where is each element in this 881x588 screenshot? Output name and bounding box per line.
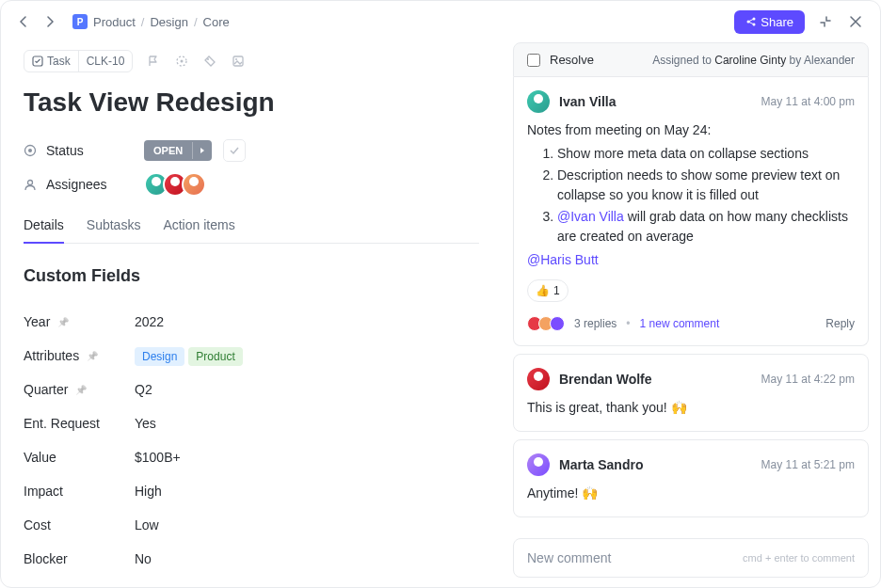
custom-field-value[interactable]: $100B+: [135, 450, 181, 465]
svg-rect-9: [233, 56, 243, 66]
avatar[interactable]: [527, 453, 550, 476]
nav-back[interactable]: [16, 14, 31, 29]
comment-time: May 11 at 5:21 pm: [761, 458, 855, 471]
tag-icon[interactable]: [202, 54, 217, 69]
avatar[interactable]: [182, 172, 206, 197]
mention[interactable]: @Haris Butt: [527, 252, 599, 267]
breadcrumb[interactable]: P Product / Design / Core: [72, 14, 230, 29]
custom-field-value[interactable]: High: [135, 484, 162, 499]
pin-icon: 📌: [75, 385, 87, 395]
collapse-icon[interactable]: [816, 12, 835, 31]
mention[interactable]: @Ivan Villa: [557, 209, 624, 224]
comment-body: Notes from meeting on May 24: Show more …: [527, 120, 855, 332]
custom-field-value[interactable]: Q2: [135, 382, 152, 397]
task-type-chip[interactable]: Task CLK-10: [24, 50, 133, 72]
thread-replies[interactable]: 3 replies: [574, 315, 617, 332]
comment-composer[interactable]: New comment cmd + enter to comment: [513, 538, 869, 578]
task-icon: [32, 56, 43, 67]
status-next-icon[interactable]: [192, 142, 212, 159]
share-icon: [745, 16, 757, 27]
custom-field-label: Cost: [24, 517, 135, 532]
breadcrumb-item[interactable]: Core: [203, 15, 230, 29]
composer-hint: cmd + enter to comment: [743, 552, 855, 564]
comment-author: Ivan Villa: [559, 94, 616, 109]
custom-field-label: Quarter📌: [24, 382, 135, 397]
reply-button[interactable]: Reply: [825, 315, 855, 332]
task-detail-panel: Task CLK-10 Task View Redesign Status OP…: [1, 42, 502, 588]
svg-line-3: [749, 20, 753, 22]
custom-field-value[interactable]: 2022: [135, 314, 164, 329]
comment: Marta Sandro May 11 at 5:21 pm Anytime! …: [513, 439, 869, 517]
svg-line-4: [749, 23, 753, 24]
comment-author: Brendan Wolfe: [559, 372, 652, 387]
close-icon[interactable]: [846, 12, 865, 31]
custom-field-label: Attributes📌: [24, 348, 135, 363]
custom-field-row: Ent. RequestYes: [24, 406, 479, 440]
reaction-button[interactable]: 👍 1: [527, 279, 569, 302]
comment: Ivan Villa May 11 at 4:00 pm Notes from …: [513, 77, 869, 346]
custom-field-value[interactable]: DesignProduct: [135, 348, 247, 363]
custom-field-row: Attributes📌DesignProduct: [24, 339, 479, 373]
nav-forward[interactable]: [42, 14, 57, 29]
svg-point-12: [28, 149, 32, 152]
pin-icon: 📌: [87, 351, 98, 361]
composer-placeholder: New comment: [527, 550, 611, 565]
custom-field-label: Year📌: [24, 314, 135, 329]
complete-button[interactable]: [223, 139, 246, 162]
avatar[interactable]: [527, 90, 550, 113]
tab-details[interactable]: Details: [24, 217, 64, 244]
share-button[interactable]: Share: [734, 10, 805, 34]
status-icon: [24, 144, 37, 157]
tab-subtasks[interactable]: Subtasks: [87, 217, 141, 244]
custom-field-row: BlockerNo: [24, 542, 479, 576]
space-icon: P: [72, 14, 88, 29]
comments-panel: Resolve Assigned to Caroline Ginty by Al…: [502, 42, 880, 588]
breadcrumb-item[interactable]: Product: [93, 15, 136, 29]
svg-point-13: [28, 181, 33, 185]
thread-avatars: [527, 316, 565, 331]
svg-point-7: [181, 60, 184, 63]
resolve-label[interactable]: Resolve: [550, 53, 594, 67]
comment-body: This is great, thank you! 🙌: [527, 398, 855, 418]
custom-field-row: Quarter📌Q2: [24, 373, 479, 406]
comment: Brendan Wolfe May 11 at 4:22 pm This is …: [513, 354, 869, 432]
tab-action-items[interactable]: Action items: [163, 217, 234, 244]
custom-field-row: CostLow: [24, 508, 479, 542]
svg-point-10: [235, 58, 237, 60]
assigned-text: Assigned to Caroline Ginty by Alexander: [652, 54, 855, 67]
comment-time: May 11 at 4:00 pm: [761, 95, 855, 108]
svg-point-8: [207, 58, 209, 60]
custom-field-row: Value$100B+: [24, 440, 479, 474]
custom-field-row: Year📌2022: [24, 305, 479, 339]
tag[interactable]: Design: [135, 347, 184, 366]
tabs: Details Subtasks Action items: [24, 217, 479, 244]
comment-author: Marta Sandro: [559, 457, 643, 472]
resolve-checkbox[interactable]: [527, 54, 540, 67]
avatar[interactable]: [527, 368, 550, 390]
image-icon[interactable]: [231, 54, 246, 69]
status-pill[interactable]: OPEN: [144, 140, 212, 161]
custom-field-value[interactable]: Yes: [135, 416, 156, 431]
status-label: Status: [46, 143, 84, 158]
custom-field-value[interactable]: Low: [135, 517, 159, 532]
custom-field-row: ImpactHigh: [24, 474, 479, 508]
custom-field-label: Ent. Request: [24, 416, 135, 431]
custom-field-label: Impact: [24, 484, 135, 499]
comment-time: May 11 at 4:22 pm: [761, 373, 855, 386]
person-icon: [24, 178, 37, 191]
flag-icon[interactable]: [146, 54, 161, 69]
breadcrumb-item[interactable]: Design: [150, 15, 187, 29]
custom-field-label: Blocker: [24, 551, 135, 566]
custom-fields-heading: Custom Fields: [24, 266, 479, 286]
resolve-bar: Resolve Assigned to Caroline Ginty by Al…: [513, 42, 869, 77]
task-title[interactable]: Task View Redesign: [24, 87, 479, 118]
comment-body: Anytime! 🙌: [527, 484, 855, 503]
custom-field-value[interactable]: No: [135, 551, 152, 566]
sprint-icon[interactable]: [174, 54, 189, 69]
pin-icon: 📌: [57, 317, 69, 327]
thread-new[interactable]: 1 new comment: [640, 315, 720, 332]
assignees-avatars[interactable]: [144, 172, 206, 197]
custom-field-label: Value: [24, 450, 135, 465]
tag[interactable]: Product: [188, 347, 242, 366]
assignees-label: Assignees: [46, 177, 107, 192]
